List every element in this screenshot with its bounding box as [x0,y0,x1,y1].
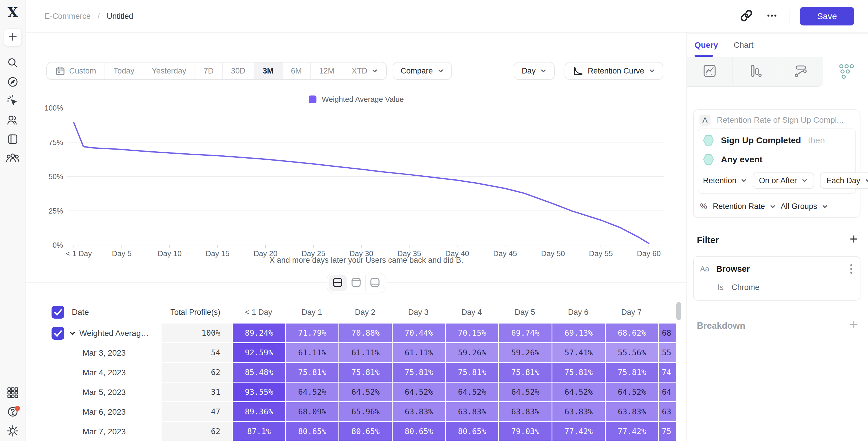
percent-icon: % [700,202,707,211]
results-table: DateTotal Profile(s)< 1 DayDay 1Day 2Day… [26,301,676,441]
retention-cell: 80.65% [445,422,498,441]
retention-cell: 64.52% [392,382,445,402]
query-step-return-event[interactable]: Any event [703,150,850,169]
add-breakdown-button[interactable] [849,320,859,332]
sidebar-item-cohorts[interactable] [3,149,22,168]
retention-cell: 68.62% [605,323,658,343]
breadcrumb-separator: / [98,12,100,21]
split-view-icon [332,277,343,289]
column-header-day: Day 1 [285,308,338,317]
create-new-button[interactable] [4,28,22,46]
sidebar-item-settings[interactable] [3,422,22,441]
row-checkbox[interactable] [52,327,64,340]
breadcrumb-report-title[interactable]: Untitled [107,12,133,21]
column-header-total: Total Profile(s) [161,308,232,317]
retention-cell: 80.65% [285,422,338,441]
report-type-funnels[interactable] [733,57,778,87]
tab-chart[interactable]: Chart [734,34,753,57]
breadcrumb: E-Commerce / Untitled [26,12,133,21]
total-profiles-cell: 54 [161,343,232,363]
kebab-menu-icon[interactable] [849,263,854,275]
table-scrollbar[interactable] [676,302,681,320]
chevron-down-icon [801,178,808,184]
sidebar-item-apps[interactable] [3,384,22,403]
tab-query[interactable]: Query [694,34,718,57]
retention-cell: 65.96% [338,402,392,422]
retention-cell: 89.24% [232,323,285,343]
retention-cell: 61.11% [392,343,445,363]
groups-dropdown[interactable]: All Groups [781,202,817,211]
sidebar-item-users[interactable] [3,111,22,130]
retention-cell: 70.15% [445,323,498,343]
retention-cell: 63.83% [445,402,498,422]
retention-controls: Retention On or After Each Day [703,172,850,189]
sidebar-item-help[interactable] [3,403,22,422]
retention-cell: 93.55% [232,382,285,402]
total-profiles-cell: 62 [161,422,232,441]
retention-cell: 55.56% [605,343,658,363]
column-header-day: Day 4 [445,308,498,317]
add-filter-button[interactable] [849,234,859,246]
table-row: Mar 4, 20236285.48%75.81%75.81%75.81%75.… [26,363,676,382]
ellipsis-icon [766,9,778,23]
sidebar-item-events[interactable] [3,92,22,111]
measure-dropdown[interactable]: Retention Rate [713,202,765,211]
filter-card[interactable]: Aa Browser Is Chrome [693,256,861,301]
step-event-name: Sign Up Completed [721,135,801,145]
each-day-dropdown[interactable]: Each Day [820,172,868,189]
toggle-table-only-view[interactable] [366,275,384,291]
retention-cell: 69.74% [498,323,552,343]
sidebar-item-search[interactable] [3,54,22,73]
flow-icon [793,63,808,80]
query-card-header[interactable]: A Retention Rate of Sign Up Compl... [694,110,860,128]
column-header-day: Day 3 [392,308,445,317]
retention-cell: 63.83% [392,402,445,422]
sidebar-item-reports[interactable] [3,130,22,149]
plus-icon [7,31,19,44]
table-header-row: DateTotal Profile(s)< 1 DayDay 1Day 2Day… [26,301,676,323]
total-profiles-cell: 62 [161,363,232,382]
retention-cell: 64.52% [498,382,552,402]
table-row: Mar 5, 20233193.55%64.52%64.52%64.52%64.… [26,382,676,402]
chart-only-view-icon [351,277,362,289]
total-profiles-cell: 47 [161,402,232,422]
toggle-chart-only-view[interactable] [347,275,366,291]
retention-cell: 89.36% [232,402,285,422]
report-type-flows[interactable] [778,57,823,87]
breadcrumb-workspace[interactable]: E-Commerce [44,12,91,21]
retention-cell: 71.79% [285,323,338,343]
toggle-split-view[interactable] [329,275,347,291]
save-button[interactable]: Save [800,7,854,26]
step-event-name: Any event [721,155,762,164]
row-checkbox[interactable] [52,306,64,319]
table-row: Mar 7, 20236287.1%80.65%80.65%80.65%80.6… [26,422,676,441]
y-tick-label: 75% [49,138,63,147]
gear-icon [6,424,19,438]
sidebar-item-discover[interactable] [3,73,22,92]
retention-cell: 61.11% [338,343,392,363]
retention-cell: 61.11% [285,343,338,363]
total-profiles-cell: 100% [161,323,232,343]
retention-cell: 69.13% [552,323,605,343]
retention-dots-icon [837,63,854,81]
retention-cell-clipped: 75 [658,422,676,441]
retention-cell-clipped: 64 [658,382,676,402]
retention-cell: 87.1% [232,422,285,441]
table-row: Mar 6, 20234789.36%68.09%65.96%63.83%63.… [26,402,676,422]
y-tick-label: 25% [49,207,63,215]
retention-cell: 80.65% [392,422,445,441]
chevron-down-icon[interactable] [69,330,76,337]
each-day-value: Each Day [826,176,860,185]
on-or-after-dropdown[interactable]: On or After [753,172,814,189]
row-date: Mar 6, 2023 [83,407,126,417]
query-step-first-event[interactable]: Sign Up Completed then [703,131,850,150]
more-options-button[interactable] [764,8,780,24]
share-link-button[interactable] [739,8,754,24]
actions-divider [789,9,790,23]
report-type-retention-selected[interactable] [823,57,868,87]
search-icon [7,57,19,70]
retention-cell: 63.83% [498,402,552,422]
report-type-insights[interactable] [687,57,733,87]
query-letter-badge: A [700,115,711,126]
retention-mode-dropdown[interactable]: Retention [703,176,747,185]
